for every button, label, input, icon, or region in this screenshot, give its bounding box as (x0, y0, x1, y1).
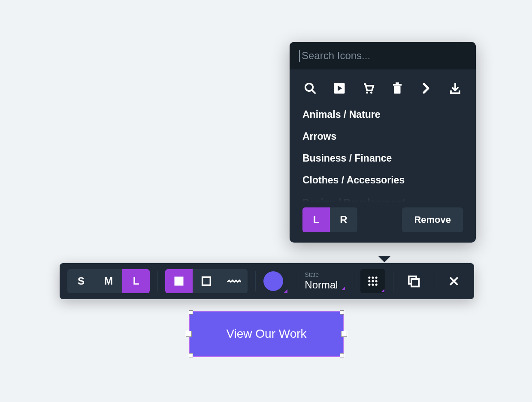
category-list: Animals / Nature Arrows Business / Finan… (290, 104, 476, 202)
button-body[interactable]: View Our Work (189, 311, 344, 357)
state-label: State (305, 271, 338, 278)
svg-rect-21 (411, 279, 419, 287)
selection-corner (189, 310, 193, 315)
close-button[interactable] (441, 269, 466, 293)
svg-rect-7 (393, 84, 402, 86)
svg-rect-9 (175, 277, 184, 286)
category-item[interactable]: Animals / Nature (302, 104, 463, 126)
play-icon[interactable] (332, 81, 347, 96)
svg-point-11 (368, 276, 370, 279)
size-s[interactable]: S (67, 269, 95, 293)
search-bar (290, 42, 476, 69)
download-icon[interactable] (447, 81, 463, 96)
svg-point-0 (305, 84, 313, 91)
selection-corner (189, 353, 193, 357)
selection-corner (340, 310, 344, 315)
cart-icon[interactable] (360, 81, 376, 96)
search-icon[interactable] (302, 81, 318, 96)
svg-point-14 (368, 280, 370, 282)
fill-outline[interactable] (193, 269, 220, 293)
resize-handle-left[interactable] (186, 331, 192, 337)
fill-style-toggle (165, 269, 248, 293)
remove-button[interactable]: Remove (402, 207, 463, 232)
category-item[interactable]: Arrows (302, 126, 463, 147)
svg-point-5 (370, 92, 372, 94)
duplicate-button[interactable] (401, 269, 426, 293)
resize-handle-right[interactable] (341, 331, 347, 337)
element-toolbar: S M L State Normal (60, 263, 474, 299)
state-value: Normal (305, 279, 338, 291)
panel-pointer (378, 256, 390, 262)
size-toggle: S M L (67, 269, 150, 293)
search-input[interactable] (299, 50, 466, 62)
svg-rect-10 (203, 277, 211, 285)
size-m[interactable]: M (95, 269, 122, 293)
category-item[interactable]: Business / Finance (302, 147, 463, 169)
icon-picker-panel: Animals / Nature Arrows Business / Finan… (290, 42, 476, 243)
icon-side-toggle: L R (302, 207, 357, 232)
svg-point-19 (375, 284, 378, 286)
icon-side-left[interactable]: L (302, 207, 330, 232)
button-label: View Our Work (226, 327, 306, 341)
fill-solid[interactable] (165, 269, 193, 293)
svg-point-15 (372, 280, 374, 282)
size-l[interactable]: L (122, 269, 150, 293)
panel-footer: L R Remove (290, 202, 476, 243)
state-selector[interactable]: State Normal (305, 271, 345, 291)
category-item[interactable]: Clothes / Accessories (302, 169, 463, 191)
icon-side-right[interactable]: R (330, 207, 357, 232)
color-swatch[interactable] (263, 271, 283, 291)
icon-picker-button[interactable] (360, 269, 385, 293)
selection-corner (340, 353, 344, 357)
svg-line-1 (312, 90, 316, 94)
svg-rect-8 (396, 82, 399, 84)
svg-point-16 (375, 280, 378, 282)
svg-rect-6 (394, 86, 400, 94)
svg-point-12 (372, 276, 374, 279)
fill-underline[interactable] (220, 269, 248, 293)
svg-point-17 (368, 284, 370, 286)
quick-icons-row (290, 69, 476, 104)
selected-button-element[interactable]: View Our Work (189, 311, 344, 357)
svg-point-18 (372, 284, 374, 286)
svg-point-4 (366, 92, 368, 94)
category-item[interactable]: Design / Development (302, 192, 463, 202)
chevron-right-icon[interactable] (418, 81, 434, 96)
trash-icon[interactable] (390, 81, 405, 96)
svg-point-13 (375, 276, 378, 279)
